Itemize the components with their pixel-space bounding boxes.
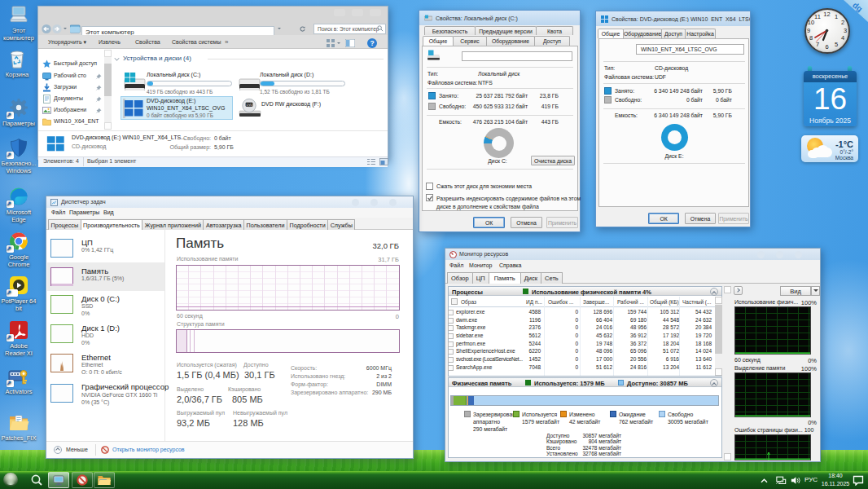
svg-text:DVD: DVD	[247, 104, 253, 107]
